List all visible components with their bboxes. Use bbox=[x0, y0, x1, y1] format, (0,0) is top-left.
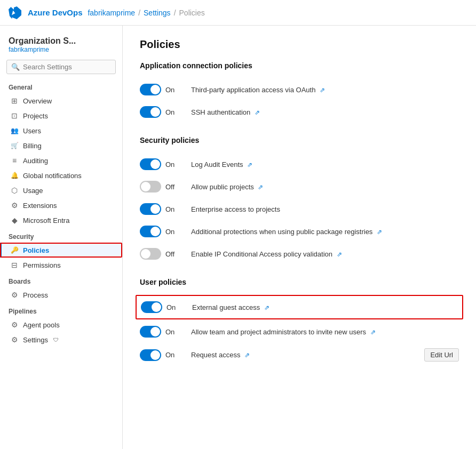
toggle-ssh[interactable] bbox=[140, 106, 161, 118]
policy-text-external-guest: External guest access ⇗ bbox=[192, 303, 458, 311]
policy-link-oauth[interactable]: ⇗ bbox=[320, 86, 325, 94]
sidebar-item-microsoft-entra[interactable]: ◆ Microsoft Entra bbox=[0, 213, 122, 228]
sidebar-item-label: Policies bbox=[23, 246, 49, 254]
toggle-wrap-public-projects: Off bbox=[140, 181, 183, 193]
policy-row-log-audit: On Log Audit Events ⇗ bbox=[140, 153, 459, 175]
policy-row-external-guest: On External guest access ⇗ bbox=[136, 295, 463, 319]
topbar: Azure DevOps fabrikamprime / Settings / … bbox=[0, 0, 476, 26]
pipelines-section-label: Pipelines bbox=[0, 302, 122, 317]
breadcrumb-sep2: / bbox=[174, 9, 176, 17]
toggle-knob-log-audit bbox=[150, 159, 160, 169]
policy-link-external-guest[interactable]: ⇗ bbox=[264, 304, 269, 311]
search-box[interactable]: 🔍 bbox=[6, 60, 116, 74]
policy-link-request-access[interactable]: ⇗ bbox=[244, 351, 250, 359]
sidebar-item-process[interactable]: ⚙ Process bbox=[0, 287, 122, 302]
toggle-label-ssh: On bbox=[165, 108, 177, 116]
toggle-label-log-audit: On bbox=[165, 161, 177, 169]
policy-text-ip-conditional: Enable IP Conditional Access policy vali… bbox=[191, 250, 459, 258]
search-input[interactable] bbox=[23, 63, 111, 71]
breadcrumb-settings[interactable]: Settings bbox=[144, 9, 171, 17]
toggle-wrap-ssh: On bbox=[140, 106, 183, 118]
policies-wrapper: 🔑 Policies bbox=[0, 243, 122, 258]
policy-link-public-projects[interactable]: ⇗ bbox=[258, 183, 263, 191]
policy-link-invite-users[interactable]: ⇗ bbox=[370, 328, 376, 336]
sidebar-item-usage[interactable]: ⬡ Usage bbox=[0, 183, 122, 198]
general-section-label: General bbox=[0, 78, 122, 93]
process-icon: ⚙ bbox=[10, 291, 19, 299]
policy-row-enterprise-access: On Enterprise access to projects bbox=[140, 198, 459, 220]
section-app-connection-title: Application connection policies bbox=[140, 61, 459, 70]
section-app-connection: Application connection policies On Third… bbox=[140, 61, 459, 123]
edit-url-button[interactable]: Edit Url bbox=[424, 348, 459, 362]
toggle-knob-public-projects bbox=[141, 182, 150, 191]
toggle-knob-ssh bbox=[150, 107, 160, 117]
sidebar-item-settings-pipelines[interactable]: ⚙ Settings 🛡 bbox=[0, 332, 122, 347]
sidebar-item-agent-pools[interactable]: ⚙ Agent pools bbox=[0, 317, 122, 332]
sidebar-item-auditing[interactable]: ≡ Auditing bbox=[0, 153, 122, 168]
sidebar-item-label: Billing bbox=[23, 142, 42, 150]
breadcrumb-page: Policies bbox=[179, 9, 205, 17]
sidebar: Organization S... fabrikamprime 🔍 Genera… bbox=[0, 26, 123, 449]
notifications-icon: 🔔 bbox=[10, 171, 19, 180]
content-area: Policies Application connection policies… bbox=[123, 26, 476, 449]
toggle-knob-oauth bbox=[150, 85, 160, 94]
toggle-external-guest[interactable] bbox=[141, 301, 162, 313]
policy-link-ip-conditional[interactable]: ⇗ bbox=[337, 251, 342, 258]
logo[interactable] bbox=[9, 6, 21, 19]
projects-icon: ⊡ bbox=[10, 111, 19, 120]
toggle-label-ip-conditional: Off bbox=[165, 250, 177, 258]
toggle-knob-additional-protect bbox=[150, 227, 160, 236]
sidebar-item-users[interactable]: 👥 Users bbox=[0, 123, 122, 138]
section-user: User policies On External guest access ⇗… bbox=[140, 278, 459, 367]
toggle-enterprise-access[interactable] bbox=[140, 203, 161, 215]
policy-text-ssh: SSH authentication ⇗ bbox=[191, 108, 459, 116]
toggle-wrap-invite-users: On bbox=[140, 326, 183, 338]
settings-pip-icon: ⚙ bbox=[10, 335, 19, 344]
toggle-ip-conditional[interactable] bbox=[140, 248, 161, 260]
sidebar-item-policies[interactable]: 🔑 Policies bbox=[0, 243, 122, 258]
toggle-label-public-projects: Off bbox=[165, 183, 177, 191]
sidebar-item-label: Global notifications bbox=[23, 172, 82, 180]
toggle-wrap-enterprise-access: On bbox=[140, 203, 183, 215]
main-layout: Organization S... fabrikamprime 🔍 Genera… bbox=[0, 26, 476, 449]
sidebar-header: Organization S... fabrikamprime bbox=[0, 32, 122, 55]
breadcrumb-org[interactable]: fabrikamprime bbox=[88, 9, 135, 17]
policy-text-enterprise-access: Enterprise access to projects bbox=[191, 205, 459, 213]
sidebar-item-permissions[interactable]: ⊟ Permissions bbox=[0, 258, 122, 272]
azure-devops-logo-icon bbox=[9, 6, 21, 19]
policy-link-log-audit[interactable]: ⇗ bbox=[247, 161, 252, 169]
toggle-label-enterprise-access: On bbox=[165, 205, 177, 213]
policy-link-additional-protect[interactable]: ⇗ bbox=[377, 228, 382, 236]
sidebar-item-extensions[interactable]: ⚙ Extensions bbox=[0, 198, 122, 213]
toggle-wrap-additional-protect: On bbox=[140, 226, 183, 237]
toggle-invite-users[interactable] bbox=[140, 326, 161, 338]
sidebar-item-label: Users bbox=[23, 127, 41, 135]
toggle-wrap-external-guest: On bbox=[141, 301, 184, 313]
sidebar-item-projects[interactable]: ⊡ Projects bbox=[0, 108, 122, 123]
sidebar-item-billing[interactable]: 🛒 Billing bbox=[0, 138, 122, 153]
search-icon: 🔍 bbox=[11, 63, 20, 71]
org-sub: fabrikamprime bbox=[9, 46, 114, 53]
toggle-request-access[interactable] bbox=[140, 349, 161, 361]
sidebar-item-label: Microsoft Entra bbox=[23, 217, 69, 224]
extensions-icon: ⚙ bbox=[10, 201, 19, 210]
breadcrumb: fabrikamprime / Settings / Policies bbox=[83, 9, 205, 17]
toggle-wrap-request-access: On bbox=[140, 349, 183, 361]
toggle-additional-protect[interactable] bbox=[140, 226, 161, 237]
sidebar-item-label: Agent pools bbox=[23, 321, 60, 329]
sidebar-item-overview[interactable]: ⊞ Overview bbox=[0, 93, 122, 108]
policy-link-ssh[interactable]: ⇗ bbox=[255, 109, 260, 116]
toggle-public-projects[interactable] bbox=[140, 181, 161, 193]
toggle-label-invite-users: On bbox=[165, 328, 177, 336]
users-icon: 👥 bbox=[10, 126, 19, 135]
breadcrumb-sep1: / bbox=[138, 9, 140, 17]
sidebar-item-global-notifications[interactable]: 🔔 Global notifications bbox=[0, 168, 122, 183]
toggle-log-audit[interactable] bbox=[140, 158, 161, 170]
boards-section-label: Boards bbox=[0, 272, 122, 287]
toggle-wrap-oauth: On bbox=[140, 84, 183, 95]
toggle-oauth[interactable] bbox=[140, 84, 161, 95]
sidebar-item-label: Overview bbox=[23, 97, 52, 105]
section-security-title: Security policies bbox=[140, 136, 459, 145]
sidebar-item-label: Usage bbox=[23, 187, 43, 195]
brand-name[interactable]: Azure DevOps bbox=[28, 8, 83, 17]
